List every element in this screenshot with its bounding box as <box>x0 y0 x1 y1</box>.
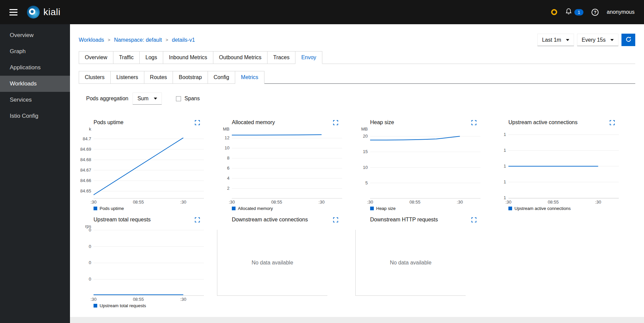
brand[interactable]: kiali <box>27 6 61 19</box>
no-data-message: No data available <box>390 260 432 266</box>
chart-legend[interactable]: Heap size <box>370 206 480 211</box>
subtab-config[interactable]: Config <box>208 71 235 84</box>
y-tick-label: 12 <box>225 136 229 140</box>
legend-swatch <box>370 207 374 210</box>
subtab-bootstrap[interactable]: Bootstrap <box>173 71 208 84</box>
x-axis: :3008:55:30 <box>94 296 204 302</box>
chart-head: Allocated memory <box>217 118 342 127</box>
y-tick-label: 0 <box>89 260 91 265</box>
refresh-button[interactable] <box>621 34 635 46</box>
chart-y-unit <box>494 127 508 133</box>
tab-traces[interactable]: Traces <box>267 51 295 64</box>
x-axis: :3008:55:30 <box>232 199 342 205</box>
sidebar-item-services[interactable]: Services <box>0 92 70 108</box>
y-tick-label: 84.69 <box>80 147 91 152</box>
y-tick-label: 0 <box>89 228 91 232</box>
tab-envoy[interactable]: Envoy <box>295 51 322 64</box>
x-tick-label: 08:55 <box>271 200 282 205</box>
plot-canvas: :3008:55:30 <box>508 133 619 199</box>
y-tick-label: 1 <box>504 164 506 169</box>
plot-canvas: :3008:55:30 <box>232 133 342 199</box>
mesh-status-icon[interactable] <box>551 9 557 15</box>
sidebar-nav: Overview Graph Applications Workloads Se… <box>0 24 70 323</box>
y-tick-label: 0 <box>89 277 91 282</box>
x-tick-label: :30 <box>457 200 463 205</box>
aggregation-dropdown[interactable]: Sum <box>133 93 162 105</box>
x-tick-label: :30 <box>180 200 186 205</box>
y-tick-label: 6 <box>227 166 229 171</box>
chevron-down-icon <box>610 39 614 41</box>
pods-aggregation-label: Pods aggregation <box>86 96 128 102</box>
y-tick-label: 10 <box>225 146 229 150</box>
sidebar-item-applications[interactable]: Applications <box>0 60 70 76</box>
envoy-subtabs: Clusters Listeners Routes Bootstrap Conf… <box>79 71 635 84</box>
breadcrumb-separator: > <box>166 37 168 42</box>
tab-logs[interactable]: Logs <box>140 51 163 64</box>
chart-allocated-memory: Allocated memoryMB12108642:3008:55:30All… <box>217 118 342 211</box>
chart-legend[interactable]: Allocated memory <box>232 206 342 211</box>
notifications[interactable]: 1 <box>565 8 583 16</box>
y-tick-label: 84.67 <box>80 168 91 173</box>
refresh-interval-value: Every 15s <box>582 37 606 43</box>
spans-toggle[interactable]: Spans <box>176 96 200 102</box>
subtab-metrics[interactable]: Metrics <box>235 71 264 84</box>
x-tick-label: 08:55 <box>409 200 421 205</box>
breadcrumb-workloads-link[interactable]: Workloads <box>79 37 104 43</box>
tab-overview[interactable]: Overview <box>79 51 113 64</box>
expand-chart-icon[interactable] <box>195 217 200 222</box>
chart-plot-area: 2015105:3008:55:30 <box>355 133 480 199</box>
sidebar-item-overview[interactable]: Overview <box>0 27 70 43</box>
notification-count-badge: 1 <box>574 9 583 15</box>
tab-outbound-metrics[interactable]: Outbound Metrics <box>213 51 267 64</box>
chart-y-unit: k <box>79 127 94 133</box>
y-axis: 0000 <box>79 230 94 296</box>
y-tick-label: 84.68 <box>80 157 91 162</box>
content-surface: Workloads > Namespace: default > details… <box>70 24 644 317</box>
subtab-listeners[interactable]: Listeners <box>111 71 144 84</box>
duration-dropdown[interactable]: Last 1m <box>537 34 574 46</box>
breadcrumb: Workloads > Namespace: default > details… <box>79 37 195 43</box>
legend-label: Pods uptime <box>100 206 124 211</box>
chart-plot-area: 0000:3008:55:30 <box>79 230 204 296</box>
chart-y-unit: rps <box>79 224 94 230</box>
chart-y-unit: MB <box>217 127 232 133</box>
expand-chart-icon[interactable] <box>333 120 338 125</box>
x-axis: :3008:55:30 <box>94 199 204 205</box>
no-data-plot: No data available <box>355 230 466 296</box>
chart-head: Downstream HTTP requests <box>355 216 480 224</box>
expand-chart-icon[interactable] <box>195 120 200 125</box>
breadcrumb-namespace-link[interactable]: Namespace: default <box>114 37 162 43</box>
expand-chart-icon[interactable] <box>471 217 476 222</box>
chart-legend[interactable]: Upstream total requests <box>94 303 204 308</box>
tab-inbound-metrics[interactable]: Inbound Metrics <box>163 51 213 64</box>
chart-legend[interactable]: Pods uptime <box>94 206 204 211</box>
chart-title: Allocated memory <box>232 119 275 125</box>
subtab-routes[interactable]: Routes <box>144 71 173 84</box>
legend-label: Upstream active connections <box>514 206 571 211</box>
chart-legend[interactable]: Upstream active connections <box>508 206 619 211</box>
tab-traffic[interactable]: Traffic <box>113 51 140 64</box>
main-content: Workloads > Namespace: default > details… <box>70 24 644 323</box>
expand-chart-icon[interactable] <box>471 120 476 125</box>
topbar: Workloads > Namespace: default > details… <box>79 34 635 46</box>
chart-downstream-active-connections: Downstream active connectionsNo data ava… <box>217 216 342 308</box>
help-icon[interactable]: ? <box>592 9 599 16</box>
y-axis: 12108642 <box>217 133 232 199</box>
chart-heap-size: Heap sizeMB2015105:3008:55:30Heap size <box>355 118 480 211</box>
expand-chart-icon[interactable] <box>610 120 615 125</box>
menu-toggle-icon[interactable] <box>9 9 17 15</box>
y-tick-label: 8 <box>227 156 229 160</box>
user-menu[interactable]: anonymous <box>607 9 635 15</box>
breadcrumb-workload-link[interactable]: details-v1 <box>172 37 195 43</box>
expand-chart-icon[interactable] <box>333 217 338 222</box>
sidebar-item-istio-config[interactable]: Istio Config <box>0 108 70 124</box>
y-tick-label: 1 <box>504 132 506 137</box>
sidebar-item-graph[interactable]: Graph <box>0 43 70 60</box>
spans-checkbox[interactable] <box>176 96 181 101</box>
refresh-interval-dropdown[interactable]: Every 15s <box>577 34 618 46</box>
x-tick-label: :30 <box>367 200 373 205</box>
sidebar-item-workloads[interactable]: Workloads <box>0 76 70 92</box>
y-tick-label: 2 <box>227 186 229 191</box>
subtab-clusters[interactable]: Clusters <box>79 71 111 84</box>
chart-head: Pods uptime <box>79 118 204 127</box>
